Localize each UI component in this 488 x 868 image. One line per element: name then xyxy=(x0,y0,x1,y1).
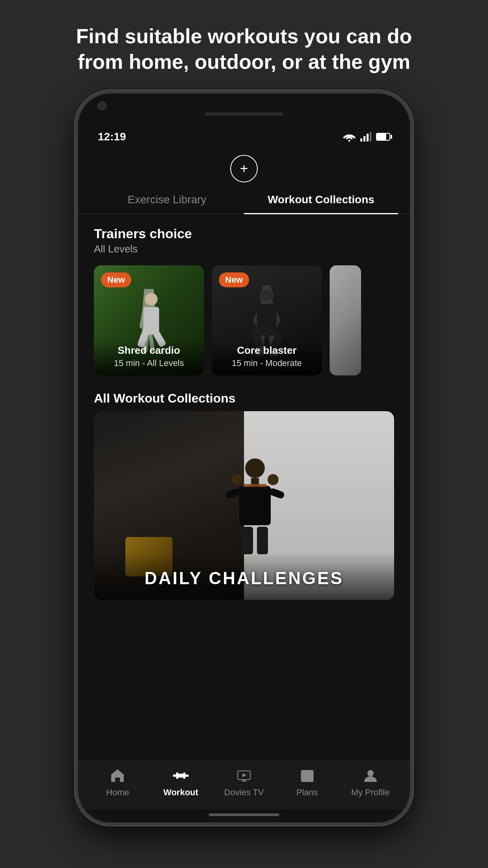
nav-label-profile: My Profile xyxy=(351,787,390,798)
svg-rect-19 xyxy=(307,776,309,778)
add-icon: + xyxy=(240,162,248,176)
nav-label-dovies-tv: Dovies TV xyxy=(224,787,264,798)
nav-label-workout: Workout xyxy=(163,787,198,798)
status-icons xyxy=(343,132,390,142)
nav-item-profile[interactable]: My Profile xyxy=(347,767,394,798)
svg-rect-10 xyxy=(175,775,186,776)
bottom-nav: Home xyxy=(78,760,410,809)
card-meta-shred: 15 min - All Levels xyxy=(100,358,198,368)
tab-exercise-library-label: Exercise Library xyxy=(128,193,207,206)
nav-item-dovies-tv[interactable]: Dovies TV xyxy=(220,767,268,798)
profile-icon xyxy=(362,767,379,784)
svg-rect-4 xyxy=(370,132,371,142)
svg-point-23 xyxy=(367,770,374,776)
svg-rect-22 xyxy=(307,779,309,780)
nav-label-home: Home xyxy=(106,787,129,798)
tab-workout-collections-label: Workout Collections xyxy=(268,193,374,206)
scrollable-content[interactable]: Trainers choice All Levels xyxy=(78,214,410,760)
trainers-choice-subtitle: All Levels xyxy=(94,243,394,255)
nav-label-plans: Plans xyxy=(296,787,318,798)
app-content: + Exercise Library Workout Collections xyxy=(78,147,410,822)
svg-rect-21 xyxy=(304,779,306,780)
add-button-area: + xyxy=(78,147,410,186)
card-info-shred: Shred cardio 15 min - All Levels xyxy=(94,340,204,375)
card-name-core: Core blaster xyxy=(218,344,316,357)
svg-rect-3 xyxy=(367,134,369,142)
card-info-core: Core blaster 15 min - Moderate xyxy=(212,340,322,375)
battery-icon xyxy=(376,133,390,141)
home-bar xyxy=(209,813,279,816)
svg-marker-12 xyxy=(242,773,246,777)
status-time: 12:19 xyxy=(98,131,126,143)
wifi-icon xyxy=(343,132,356,142)
svg-rect-2 xyxy=(363,136,365,142)
home-indicator xyxy=(78,809,410,822)
workout-icon xyxy=(172,767,189,784)
speaker-bar xyxy=(205,112,283,116)
svg-rect-20 xyxy=(310,776,312,778)
nav-item-home[interactable]: Home xyxy=(94,767,141,798)
svg-point-0 xyxy=(349,140,350,142)
workout-card-shred[interactable]: New Shred cardio 15 min - All Levels xyxy=(94,265,204,375)
page-headline: Find suitable workouts you can do from h… xyxy=(44,0,443,90)
front-camera-area xyxy=(78,94,410,110)
status-bar: 12:19 xyxy=(78,120,410,147)
tabs-container: Exercise Library Workout Collections xyxy=(78,186,410,214)
headline-line2: from home, outdoor, or at the gym xyxy=(78,50,410,73)
tab-workout-collections[interactable]: Workout Collections xyxy=(244,186,398,214)
svg-rect-18 xyxy=(304,776,306,778)
svg-rect-13 xyxy=(242,780,246,782)
trainers-choice-section: Trainers choice All Levels xyxy=(78,214,410,257)
new-badge-core: New xyxy=(219,272,249,287)
daily-challenges-label: DAILY CHALLENGES xyxy=(94,568,394,588)
headline-line1: Find suitable workouts you can do xyxy=(76,25,412,48)
plans-icon xyxy=(299,767,316,784)
nav-item-workout[interactable]: Workout xyxy=(157,767,204,798)
phone-device: 12:19 xyxy=(75,90,413,837)
card-name-shred: Shred cardio xyxy=(100,344,198,357)
speaker-area xyxy=(78,110,410,120)
tv-icon xyxy=(235,767,253,784)
trainers-choice-title: Trainers choice xyxy=(94,226,394,241)
svg-rect-1 xyxy=(360,138,362,142)
workout-card-peek[interactable] xyxy=(330,265,361,375)
card-bg-peek xyxy=(330,265,361,375)
card-meta-core: 15 min - Moderate xyxy=(218,358,316,368)
workout-card-core[interactable]: New Core blaster 15 min - Moderate xyxy=(212,265,322,375)
all-collections-header: All Workout Collections xyxy=(78,383,410,411)
home-icon xyxy=(109,767,126,784)
phone-shell: 12:19 xyxy=(75,90,413,826)
daily-challenges-card[interactable]: DAILY CHALLENGES xyxy=(94,411,394,600)
tab-exercise-library[interactable]: Exercise Library xyxy=(90,186,244,214)
all-collections-title: All Workout Collections xyxy=(94,391,394,406)
front-camera xyxy=(98,101,106,110)
nav-item-plans[interactable]: Plans xyxy=(284,767,331,798)
new-badge-shred: New xyxy=(101,272,131,287)
phone-screen: 12:19 xyxy=(78,94,410,822)
workout-cards-scroll[interactable]: New Shred cardio 15 min - All Levels xyxy=(78,257,410,383)
signal-icon xyxy=(360,132,371,142)
add-button[interactable]: + xyxy=(230,155,258,182)
